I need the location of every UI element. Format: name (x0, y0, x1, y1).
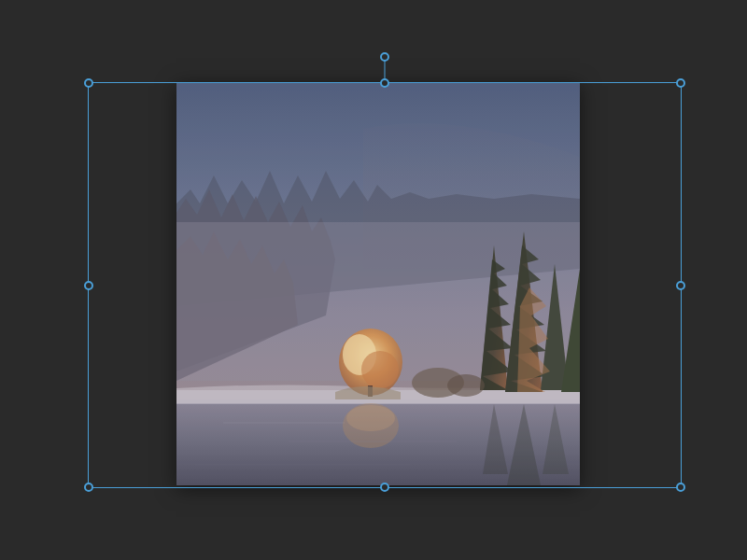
resize-handle-bottom-center[interactable] (380, 483, 389, 492)
resize-handle-top-right[interactable] (676, 78, 685, 88)
rotate-handle[interactable] (380, 52, 389, 62)
selected-image[interactable] (176, 82, 580, 485)
resize-handle-bottom-left[interactable] (84, 483, 93, 492)
resize-handle-middle-left[interactable] (84, 281, 93, 290)
resize-handle-top-center[interactable] (380, 78, 389, 88)
resize-handle-bottom-right[interactable] (676, 483, 685, 492)
resize-handle-top-left[interactable] (84, 78, 93, 88)
landscape-image-content (176, 82, 580, 485)
svg-rect-15 (176, 82, 580, 485)
resize-handle-middle-right[interactable] (676, 281, 685, 290)
